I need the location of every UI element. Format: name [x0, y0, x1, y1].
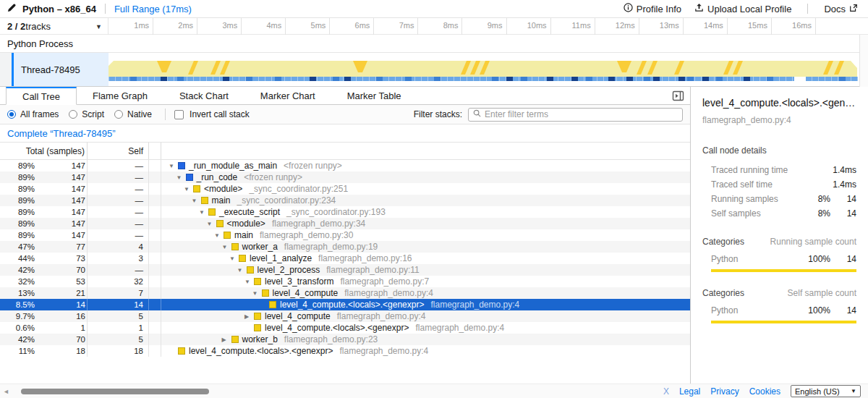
footer-link-legal[interactable]: Legal — [679, 386, 700, 397]
detail-row: Traced running time1.4ms — [702, 163, 856, 177]
tab-marker-chart[interactable]: Marker Chart — [244, 87, 331, 104]
row-icon-cell — [149, 322, 161, 334]
sample-strip-segment — [716, 77, 723, 81]
ruler-tick — [241, 18, 242, 35]
collapse-arrow-icon[interactable]: ▼ — [222, 244, 231, 250]
category-square-icon — [247, 266, 254, 274]
total-percent: 89% — [0, 161, 35, 170]
tracks-dropdown[interactable]: 2 / 2 tracks ▼ — [0, 18, 109, 35]
collapse-arrow-icon[interactable]: ▼ — [214, 232, 224, 239]
table-row[interactable]: 42%70—▼level_2_processflamegraph_demo.py… — [0, 264, 690, 276]
collapse-arrow-icon[interactable]: ▼ — [176, 174, 186, 181]
table-row[interactable]: 32%5332▼level_3_transformflamegraph_demo… — [0, 276, 690, 287]
total-samples: 21 — [35, 287, 88, 299]
horizontal-scrollbar — [11, 384, 663, 398]
collapse-arrow-icon[interactable]: ▼ — [184, 186, 193, 192]
thread-activity-track[interactable] — [109, 53, 859, 86]
row-icon-cell — [149, 299, 161, 310]
thread-track-label[interactable]: Thread-78495 — [14, 53, 109, 86]
column-header-self[interactable]: Self — [88, 143, 149, 159]
edit-pencil-icon[interactable] — [7, 3, 17, 14]
ruler-tick — [197, 18, 197, 35]
collapse-arrow-icon[interactable]: ▼ — [207, 221, 216, 227]
tab-marker-table[interactable]: Marker Table — [331, 87, 417, 104]
horizontal-scrollbar-thumb[interactable] — [21, 389, 209, 394]
table-row[interactable]: 89%147—▼mainflamegraph_demo.py:30 — [0, 229, 690, 241]
scroll-left-arrow-icon[interactable]: ◄ — [0, 388, 11, 395]
table-row[interactable]: 47%774▼worker_aflamegraph_demo.py:19 — [0, 241, 690, 253]
table-row[interactable]: 89%147—▼_run_code<frozen runpy> — [0, 172, 690, 183]
expand-arrow-icon[interactable]: ▶ — [222, 336, 231, 343]
table-row[interactable]: 89%147—▼main_sync_coordinator.py:234 — [0, 195, 690, 206]
table-row[interactable]: 13%217▼level_4_computeflamegraph_demo.py… — [0, 287, 690, 299]
tracks-scrollbar[interactable] — [859, 35, 868, 87]
radio-icon — [69, 110, 77, 119]
ruler-tick — [639, 18, 639, 35]
table-row[interactable]: 8.5%1414▼level_4_compute.<locals>.<genex… — [0, 299, 690, 310]
tab-call-tree[interactable]: Call Tree — [6, 87, 77, 105]
sample-strip-segment — [687, 77, 694, 81]
footer-link-cookies[interactable]: Cookies — [749, 386, 780, 397]
table-row[interactable]: 89%147—▼_execute_script_sync_coordinator… — [0, 206, 690, 218]
activity-graph — [109, 60, 859, 77]
ruler-tick-label: 6ms — [355, 21, 374, 30]
invert-call-stack-checkbox[interactable]: Invert call stack — [174, 109, 250, 119]
category-row: Python100%14 — [702, 247, 856, 264]
total-percent: 42% — [0, 266, 35, 274]
timeline-ruler[interactable]: 1ms2ms3ms4ms5ms6ms7ms8ms9ms10ms11ms12ms1… — [109, 18, 859, 35]
ruler-tick-label: 2ms — [178, 21, 197, 30]
collapse-arrow-icon[interactable]: ▼ — [229, 255, 239, 262]
sample-strip-segment — [405, 77, 412, 81]
analysis-pane: Call TreeFlame GraphStack ChartMarker Ch… — [0, 87, 691, 384]
expand-arrow-icon[interactable]: ▶ — [244, 313, 254, 320]
table-row[interactable]: 89%147—▼<module>_sync_coordinator.py:251 — [0, 183, 690, 195]
radio-all-frames[interactable]: All frames — [7, 109, 59, 119]
tab-flame-graph[interactable]: Flame Graph — [77, 87, 163, 104]
collapse-arrow-icon[interactable]: ▼ — [252, 290, 262, 297]
file-location: <frozen runpy> — [244, 172, 302, 182]
breadcrumb-complete-thread[interactable]: Complete “Thread-78495” — [7, 128, 116, 139]
table-row[interactable]: 9.7%165▶level_4_computeflamegraph_demo.p… — [0, 310, 690, 322]
table-row[interactable]: 89%147—▼_run_module_as_main<frozen runpy… — [0, 160, 690, 172]
sample-strip-segment — [223, 77, 229, 81]
breadcrumb-row: Complete “Thread-78495” — [0, 124, 690, 142]
profile-info-button[interactable]: Profile Info — [624, 3, 681, 14]
table-row[interactable]: 11%1818▼level_4_compute.<locals>.<genexp… — [0, 345, 690, 357]
collapse-arrow-icon[interactable]: ▼ — [244, 279, 254, 285]
radio-native[interactable]: Native — [114, 109, 152, 119]
footer-link-privacy[interactable]: Privacy — [710, 386, 739, 397]
filter-stacks-input[interactable] — [485, 109, 678, 119]
table-row[interactable]: 44%733▼level_1_analyzeflamegraph_demo.py… — [0, 253, 690, 264]
process-track-header[interactable]: Python Process — [0, 35, 868, 53]
radio-script[interactable]: Script — [69, 109, 104, 119]
full-range-link[interactable]: Full Range (17ms) — [114, 4, 192, 14]
total-percent: 89% — [0, 196, 35, 205]
language-select-value: English (US) — [795, 387, 840, 396]
upload-profile-button[interactable]: Upload Local Profile — [694, 3, 791, 14]
category-square-icon — [231, 336, 239, 343]
category-square-icon — [269, 301, 276, 308]
function-name: <module> — [204, 184, 242, 194]
total-samples: 147 — [35, 229, 88, 241]
collapse-arrow-icon[interactable]: ▼ — [192, 198, 201, 204]
table-row[interactable]: 89%147—▼<module>flamegraph_demo.py:34 — [0, 218, 690, 229]
chevron-down-icon: ▼ — [95, 23, 102, 30]
collapse-arrow-icon[interactable]: ▼ — [199, 209, 208, 216]
collapse-arrow-icon[interactable]: ▼ — [237, 267, 247, 274]
category-square-icon — [178, 162, 185, 169]
table-row[interactable]: 42%705▶worker_bflamegraph_demo.py:23 — [0, 334, 690, 345]
function-name: worker_a — [242, 242, 278, 252]
footer-dismiss-link[interactable]: X — [663, 386, 669, 397]
collapse-arrow-icon[interactable]: ▼ — [169, 163, 178, 169]
total-samples: 147 — [35, 206, 88, 218]
tab-stack-chart[interactable]: Stack Chart — [163, 87, 244, 104]
table-row[interactable]: 0.6%11▼level_4_compute.<locals>.<genexpr… — [0, 322, 690, 334]
footer-bar: ◄ X LegalPrivacyCookies English (US) ▼ — [0, 384, 868, 398]
docs-button[interactable]: Docs — [824, 4, 858, 14]
row-icon-cell — [149, 287, 161, 299]
column-header-total[interactable]: Total (samples) — [0, 143, 88, 159]
ruler-tick-label: 16ms — [792, 21, 815, 30]
row-icon-cell — [149, 334, 161, 345]
language-select[interactable]: English (US) ▼ — [791, 385, 861, 397]
sidebar-toggle-icon[interactable] — [672, 90, 684, 102]
